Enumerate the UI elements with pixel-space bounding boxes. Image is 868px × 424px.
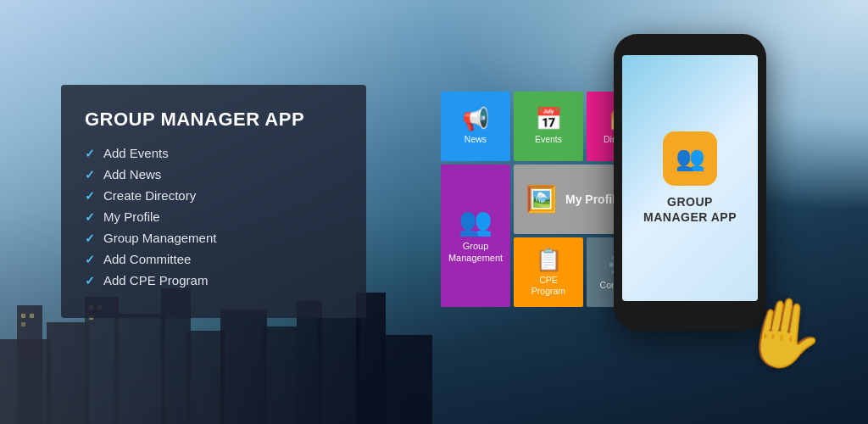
events-icon: 📅: [535, 108, 562, 130]
feature-label: Add News: [103, 167, 161, 181]
feature-add-cpe: ✓ Add CPE Program: [85, 273, 339, 287]
tile-group-management[interactable]: 👥 GroupManagement: [441, 165, 510, 307]
check-icon-group: ✓: [85, 232, 95, 245]
tile-cpe-program[interactable]: 📋 CPEProgram: [514, 237, 583, 307]
info-card: GROUP MANAGER APP ✓ Add Events ✓ Add New…: [61, 85, 366, 318]
check-icon-events: ✓: [85, 147, 95, 160]
feature-add-news: ✓ Add News: [85, 167, 339, 181]
phone-mockup: 👥 GROUP MANAGER APP: [614, 34, 766, 331]
tile-news[interactable]: 📢 News: [441, 92, 510, 161]
profile-icon: 🖼️: [526, 187, 557, 212]
check-icon-directory: ✓: [85, 189, 95, 203]
check-icon-news: ✓: [85, 168, 95, 181]
feature-label: Add CPE Program: [103, 273, 208, 287]
tile-events[interactable]: 📅 Events: [514, 92, 583, 161]
events-label: Events: [535, 134, 562, 145]
news-icon: 📢: [462, 108, 489, 130]
feature-label: My Profile: [103, 209, 160, 224]
app-icon: 👥: [663, 131, 717, 186]
feature-label: Create Directory: [103, 188, 196, 203]
news-label: News: [465, 134, 487, 145]
hand-cursor: 🤚: [735, 287, 832, 380]
phone-screen: 👥 GROUP MANAGER APP: [622, 55, 758, 301]
group-label: GroupManagement: [448, 240, 503, 265]
feature-list: ✓ Add Events ✓ Add News ✓ Create Directo…: [85, 146, 339, 287]
app-icon-symbol: 👥: [676, 144, 705, 172]
group-icon: 👥: [459, 208, 492, 235]
feature-label: Add Committee: [103, 252, 191, 266]
cpe-icon: 📋: [535, 248, 562, 271]
feature-label: Group Management: [103, 231, 216, 245]
feature-label: Add Events: [103, 146, 169, 160]
feature-add-events: ✓ Add Events: [85, 146, 339, 160]
check-icon-cpe: ✓: [85, 274, 95, 287]
cpe-label: CPEProgram: [531, 275, 565, 296]
card-title: GROUP MANAGER APP: [85, 109, 339, 131]
check-icon-committee: ✓: [85, 253, 95, 266]
feature-add-committee: ✓ Add Committee: [85, 252, 339, 266]
phone-app-title: GROUP MANAGER APP: [643, 194, 737, 225]
feature-my-profile: ✓ My Profile: [85, 209, 339, 224]
feature-group-management: ✓ Group Management: [85, 231, 339, 245]
check-icon-profile: ✓: [85, 210, 95, 224]
feature-create-directory: ✓ Create Directory: [85, 188, 339, 203]
